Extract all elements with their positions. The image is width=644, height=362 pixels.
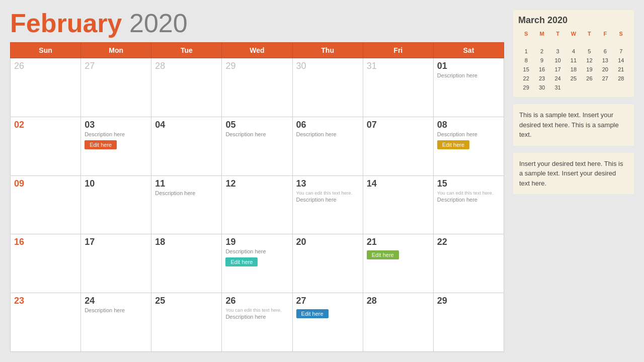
mini-day: 29 (518, 83, 534, 92)
day-number: 23 (14, 296, 77, 306)
edit-button[interactable]: Edit here (367, 250, 399, 259)
day-number: 27 (296, 296, 359, 306)
day-number: 30 (296, 61, 359, 71)
mini-day: 27 (597, 74, 613, 83)
calendar-day-2-5: 14 (363, 175, 433, 234)
day-number: 16 (14, 237, 77, 247)
sidebar-text-1: This is a sample text. Insert your desir… (513, 104, 634, 146)
edit-button[interactable]: Edit here (296, 309, 329, 318)
day-description: Description here (225, 314, 288, 320)
mini-cal-title: March 2020 (518, 15, 629, 26)
calendar-day-3-1: 17 (81, 234, 151, 293)
mini-day: 1 (518, 47, 534, 56)
mini-cal-body: 1234567891011121314151617181920212223242… (518, 38, 629, 92)
main-calendar: February 2020 SunMonTueWedThuFriSat 2627… (10, 10, 504, 352)
mini-weekday: T (582, 30, 597, 38)
mini-week-1: 1234567 (518, 47, 629, 56)
mini-day: 5 (582, 47, 597, 56)
calendar-day-1-1: 03Description hereEdit here (81, 117, 151, 175)
weekday-sun: Sun (11, 43, 81, 58)
day-number: 06 (296, 120, 359, 130)
day-number: 28 (367, 296, 430, 306)
calendar-week-1: 0203Description hereEdit here0405Descrip… (11, 117, 504, 175)
day-description: Description here (296, 131, 359, 137)
day-number: 22 (437, 237, 500, 247)
calendar-day-1-2: 04 (151, 117, 222, 175)
calendar-day-1-5: 07 (363, 117, 433, 175)
calendar-day-1-6: 08Description hereEdit here (433, 117, 504, 175)
mini-day: 6 (597, 47, 613, 56)
mini-day: 24 (550, 74, 566, 83)
day-number: 29 (225, 61, 288, 71)
calendar-day-2-6: 15You can edit this text here.Descriptio… (433, 175, 504, 234)
calendar-day-0-4: 30 (292, 58, 363, 117)
mini-week-5: 293031 (518, 83, 629, 92)
day-number: 19 (225, 237, 288, 247)
day-description: Description here (225, 248, 288, 254)
mini-day (597, 83, 613, 92)
day-note: You can edit this text here. (225, 307, 288, 313)
sidebar-text-2: Insert your desired text here. This is a… (513, 153, 634, 195)
weekday-wed: Wed (222, 43, 292, 58)
calendar-day-2-0: 09 (11, 175, 81, 234)
sidebar: March 2020 SMTWTFS 123456789101112131415… (513, 10, 634, 352)
mini-day: 7 (613, 47, 629, 56)
mini-day (582, 38, 597, 47)
calendar-day-0-5: 31 (363, 58, 433, 117)
edit-button[interactable]: Edit here (225, 257, 258, 266)
day-description: Description here (85, 307, 147, 313)
edit-button[interactable]: Edit here (85, 140, 117, 149)
day-number: 26 (14, 61, 77, 71)
mini-weekday: M (534, 30, 549, 38)
day-note: You can edit this text here. (437, 190, 500, 196)
mini-day: 22 (518, 74, 534, 83)
day-number: 11 (155, 178, 218, 189)
calendar-day-0-0: 26 (11, 58, 81, 117)
mini-day: 9 (534, 56, 549, 65)
weekday-header-row: SunMonTueWedThuFriSat (11, 43, 504, 58)
mini-day: 23 (534, 74, 549, 83)
mini-calendar-container: March 2020 SMTWTFS 123456789101112131415… (513, 10, 634, 97)
mini-day: 26 (582, 74, 597, 83)
day-number: 20 (296, 237, 359, 247)
mini-day: 16 (534, 65, 549, 74)
calendar-day-4-1: 24Description here (81, 293, 151, 352)
mini-day: 8 (518, 56, 534, 65)
day-description: Description here (155, 190, 218, 196)
calendar-day-0-3: 29 (222, 58, 292, 117)
calendar-day-4-3: 26You can edit this text here.Descriptio… (222, 293, 292, 352)
mini-weekday: W (566, 30, 581, 38)
calendar-table: SunMonTueWedThuFriSat 26272829303101Desc… (10, 42, 504, 352)
mini-day (613, 83, 629, 92)
mini-day: 4 (566, 47, 581, 56)
calendar-week-0: 26272829303101Description here (11, 58, 504, 117)
day-number: 18 (155, 237, 218, 247)
mini-day (534, 38, 549, 47)
calendar-day-4-2: 25 (151, 293, 222, 352)
mini-day: 12 (582, 56, 597, 65)
mini-day: 30 (534, 83, 549, 92)
calendar-day-3-0: 16 (11, 234, 81, 293)
day-number: 02 (14, 120, 77, 130)
calendar-day-2-4: 13You can edit this text here.Descriptio… (292, 175, 363, 234)
edit-button[interactable]: Edit here (437, 140, 469, 149)
year-label: 2020 (129, 9, 188, 38)
day-number: 03 (85, 120, 147, 130)
day-number: 04 (155, 120, 218, 130)
day-number: 05 (225, 120, 288, 130)
mini-day: 31 (550, 83, 566, 92)
calendar-day-2-2: 11Description here (151, 175, 222, 234)
page-title: February 2020 (10, 10, 504, 36)
mini-day: 13 (597, 56, 613, 65)
mini-day: 28 (613, 74, 629, 83)
day-number: 27 (85, 61, 147, 71)
calendar-day-2-1: 10 (81, 175, 151, 234)
calendar-day-4-4: 27Edit here (292, 293, 363, 352)
calendar-day-0-1: 27 (81, 58, 151, 117)
day-note: You can edit this text here. (296, 190, 359, 196)
mini-day: 10 (550, 56, 566, 65)
day-number: 13 (296, 178, 359, 189)
mini-day: 15 (518, 65, 534, 74)
mini-weekday: S (613, 30, 629, 38)
mini-day: 21 (613, 65, 629, 74)
